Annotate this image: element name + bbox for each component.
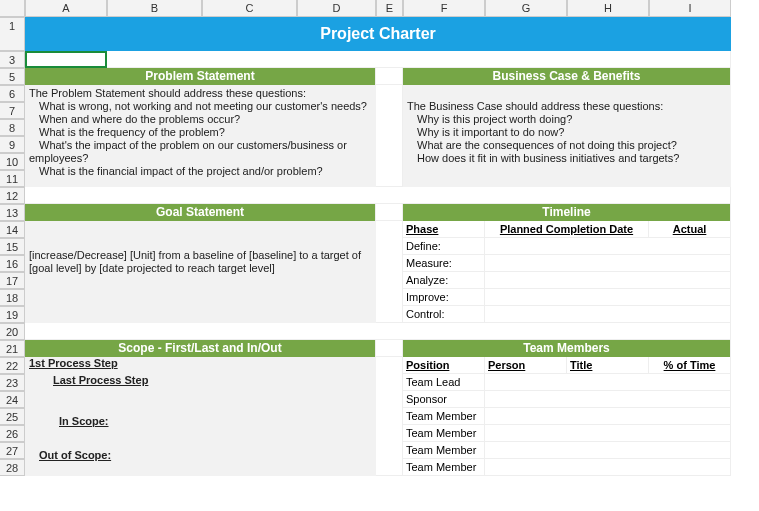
goal-statement-block[interactable]: [increase/Decrease] [Unit] from a baseli…	[25, 221, 376, 323]
row-header[interactable]: 15	[0, 238, 25, 255]
team-position[interactable]: Team Member	[403, 442, 485, 459]
team-position[interactable]: Team Member	[403, 459, 485, 476]
cell[interactable]	[25, 323, 731, 340]
section-header-scope: Scope - First/Last and In/Out	[25, 340, 376, 357]
row-header[interactable]: 26	[0, 425, 25, 442]
business-item: Why is this project worth doing?	[407, 113, 572, 125]
goal-text: [increase/Decrease] [Unit] from a baseli…	[29, 249, 361, 274]
cell[interactable]	[485, 255, 731, 272]
row-header[interactable]: 16	[0, 255, 25, 272]
row-header[interactable]: 22	[0, 357, 25, 374]
spreadsheet-grid[interactable]: A B C D E F G H I 1 Project Charter 3 5 …	[0, 0, 759, 476]
section-header-team: Team Members	[403, 340, 731, 357]
row-header[interactable]: 1	[0, 17, 25, 51]
row-header[interactable]: 27	[0, 442, 25, 459]
row-header[interactable]: 17	[0, 272, 25, 289]
row-header[interactable]: 10	[0, 153, 25, 170]
business-intro: The Business Case should address these q…	[407, 100, 663, 112]
team-position[interactable]: Team Lead	[403, 374, 485, 391]
section-header-problem: Problem Statement	[25, 68, 376, 85]
cell[interactable]	[376, 204, 403, 221]
timeline-header-planned: Planned Completion Date	[485, 221, 649, 238]
team-header-person: Person	[485, 357, 567, 374]
row-header[interactable]: 6	[0, 85, 25, 102]
row-header[interactable]: 5	[0, 68, 25, 85]
cell[interactable]	[25, 187, 731, 204]
cell[interactable]	[376, 85, 403, 187]
cell[interactable]	[485, 374, 731, 391]
timeline-phase[interactable]: Control:	[403, 306, 485, 323]
section-header-business: Business Case & Benefits	[403, 68, 731, 85]
team-position[interactable]: Team Member	[403, 425, 485, 442]
cell[interactable]	[485, 391, 731, 408]
cell[interactable]	[485, 238, 731, 255]
row-header[interactable]: 8	[0, 119, 25, 136]
col-header[interactable]: G	[485, 0, 567, 17]
business-item: What are the consequences of not doing t…	[407, 139, 677, 151]
cell[interactable]	[376, 357, 403, 476]
row-header[interactable]: 24	[0, 391, 25, 408]
team-header-position: Position	[403, 357, 485, 374]
row-header[interactable]: 7	[0, 102, 25, 119]
row-header[interactable]: 19	[0, 306, 25, 323]
row-header[interactable]: 18	[0, 289, 25, 306]
cell[interactable]	[485, 408, 731, 425]
col-header[interactable]: A	[25, 0, 107, 17]
timeline-header-actual: Actual	[649, 221, 731, 238]
row-header[interactable]: 3	[0, 51, 25, 68]
timeline-phase[interactable]: Define:	[403, 238, 485, 255]
scope-in: In Scope:	[59, 415, 109, 427]
row-header[interactable]: 20	[0, 323, 25, 340]
cell[interactable]	[485, 289, 731, 306]
timeline-header-phase: Phase	[403, 221, 485, 238]
cell[interactable]	[376, 340, 403, 357]
scope-out: Out of Scope:	[39, 449, 111, 461]
business-item: How does it fit in with business initiat…	[407, 152, 679, 164]
col-header[interactable]: H	[567, 0, 649, 17]
col-header[interactable]: I	[649, 0, 731, 17]
business-case-block[interactable]: The Business Case should address these q…	[403, 85, 731, 187]
team-position[interactable]: Team Member	[403, 408, 485, 425]
col-header[interactable]: E	[376, 0, 403, 17]
problem-intro: The Problem Statement should address the…	[29, 87, 306, 99]
scope-first-step: 1st Process Step	[29, 357, 118, 369]
row-header[interactable]: 11	[0, 170, 25, 187]
col-header[interactable]: B	[107, 0, 202, 17]
page-title: Project Charter	[25, 17, 731, 51]
problem-item: What is the financial impact of the proj…	[29, 165, 323, 177]
scope-block[interactable]: 1st Process Step Last Process Step In Sc…	[25, 357, 376, 476]
cell[interactable]	[485, 306, 731, 323]
section-header-timeline: Timeline	[403, 204, 731, 221]
row-header[interactable]: 9	[0, 136, 25, 153]
select-all-corner[interactable]	[0, 0, 25, 17]
active-cell[interactable]	[25, 51, 107, 68]
cell[interactable]	[485, 459, 731, 476]
cell[interactable]	[485, 442, 731, 459]
team-header-pct: % of Time	[649, 357, 731, 374]
section-header-goal: Goal Statement	[25, 204, 376, 221]
timeline-phase[interactable]: Improve:	[403, 289, 485, 306]
cell[interactable]	[485, 272, 731, 289]
row-header[interactable]: 13	[0, 204, 25, 221]
col-header[interactable]: F	[403, 0, 485, 17]
row-header[interactable]: 25	[0, 408, 25, 425]
col-header[interactable]: C	[202, 0, 297, 17]
problem-item: What is wrong, not working and not meeti…	[29, 100, 367, 112]
business-item: Why is it important to do now?	[407, 126, 564, 138]
cell[interactable]	[376, 68, 403, 85]
cell[interactable]	[107, 51, 731, 68]
timeline-phase[interactable]: Measure:	[403, 255, 485, 272]
col-header[interactable]: D	[297, 0, 376, 17]
problem-statement-block[interactable]: The Problem Statement should address the…	[25, 85, 376, 187]
row-header[interactable]: 14	[0, 221, 25, 238]
row-header[interactable]: 12	[0, 187, 25, 204]
team-position[interactable]: Sponsor	[403, 391, 485, 408]
problem-item: What is the frequency of the problem?	[29, 126, 225, 138]
timeline-phase[interactable]: Analyze:	[403, 272, 485, 289]
problem-item: When and where do the problems occur?	[29, 113, 240, 125]
row-header[interactable]: 28	[0, 459, 25, 476]
row-header[interactable]: 23	[0, 374, 25, 391]
row-header[interactable]: 21	[0, 340, 25, 357]
cell[interactable]	[485, 425, 731, 442]
cell[interactable]	[376, 221, 403, 323]
